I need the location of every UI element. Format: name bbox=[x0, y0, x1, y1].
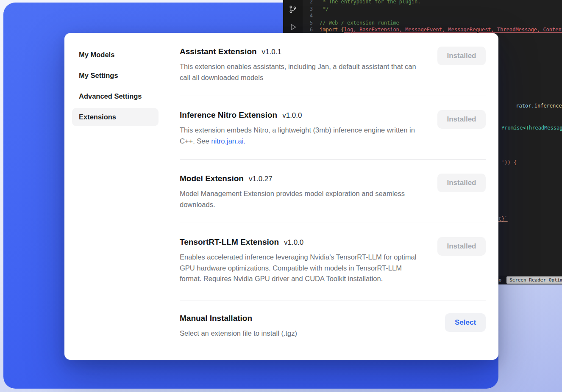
extension-version: v1.0.27 bbox=[249, 175, 273, 183]
page: 2 * The entrypoint for the plugin. 3 */ … bbox=[0, 0, 562, 392]
line-number: 3 bbox=[305, 6, 313, 13]
code-text: // Web / extension runtime bbox=[320, 19, 399, 27]
installed-button[interactable]: Installed bbox=[437, 174, 486, 192]
extension-row-assistant: Assistant Extension v1.0.1 This extensio… bbox=[180, 33, 486, 96]
code-fragment: t}` bbox=[498, 216, 508, 222]
extension-title-line: TensortRT-LLM Extension v1.0.0 bbox=[180, 237, 425, 247]
source-control-icon[interactable] bbox=[288, 5, 298, 14]
extension-title-line: Assistant Extension v1.0.1 bbox=[180, 47, 425, 57]
extension-info: TensortRT-LLM Extension v1.0.0 Enables a… bbox=[180, 237, 425, 284]
extension-info: Model Extension v1.0.27 Model Management… bbox=[180, 174, 425, 210]
extension-title-line: Model Extension v1.0.27 bbox=[180, 174, 425, 184]
extension-info: Assistant Extension v1.0.1 This extensio… bbox=[180, 47, 425, 83]
settings-sidebar: My Models My Settings Advanced Settings … bbox=[64, 33, 165, 360]
run-icon[interactable] bbox=[288, 22, 298, 32]
code-line: 5 // Web / extension runtime bbox=[305, 19, 562, 27]
code-text: * The entrypoint for the plugin. bbox=[320, 0, 420, 6]
extension-description: Select an extension file to install (.tg… bbox=[180, 328, 297, 339]
extension-info: Inference Nitro Extension v1.0.0 This ex… bbox=[180, 110, 425, 146]
code-text: rator. bbox=[516, 103, 534, 109]
code-text: */ bbox=[320, 6, 329, 13]
nitro-link[interactable]: nitro.jan.ai. bbox=[211, 137, 245, 145]
extension-title-line: Manual Installation bbox=[180, 313, 297, 323]
extension-description: This extension embeds Nitro, a lightweig… bbox=[180, 125, 425, 146]
extension-title: TensortRT-LLM Extension bbox=[180, 237, 279, 247]
code-line: 6 import {log, BaseExtension, MessageEve… bbox=[305, 26, 562, 33]
extension-version: v1.0.0 bbox=[282, 111, 302, 120]
screen-reader-chip[interactable]: Screen Reader Optimized bbox=[506, 276, 562, 284]
code-fragment: ')) { bbox=[501, 160, 517, 166]
line-number: 2 bbox=[305, 0, 313, 6]
code-text: import {log, BaseExtension, MessageEvent… bbox=[320, 26, 562, 33]
extension-version: v1.0.0 bbox=[284, 238, 303, 247]
code-fragment: Promise<ThreadMessage> bbox=[501, 125, 562, 131]
extension-row-tensorrt: TensortRT-LLM Extension v1.0.0 Enables a… bbox=[180, 223, 486, 301]
extension-title: Manual Installation bbox=[180, 313, 252, 323]
extension-description: This extension enables assistants, inclu… bbox=[180, 61, 425, 83]
code-line: 4 bbox=[305, 12, 562, 19]
extension-row-manual-install: Manual Installation Select an extension … bbox=[180, 301, 486, 352]
extension-row-model: Model Extension v1.0.27 Model Management… bbox=[180, 160, 486, 223]
extension-description: Model Management Extension provides mode… bbox=[180, 188, 425, 210]
installed-button[interactable]: Installed bbox=[437, 47, 486, 65]
extension-title: Model Extension bbox=[180, 174, 244, 184]
code-line: 3 */ bbox=[305, 6, 562, 13]
sidebar-item-extensions[interactable]: Extensions bbox=[72, 108, 159, 126]
import-names: log, BaseExtension, MessageEvent, Messag… bbox=[344, 27, 562, 33]
select-file-button[interactable]: Select bbox=[445, 313, 486, 332]
import-keyword: import { bbox=[320, 27, 344, 33]
code-line: 2 * The entrypoint for the plugin. bbox=[305, 0, 562, 6]
extension-description: Enables accelerated inference leveraging… bbox=[180, 252, 425, 284]
extension-title: Assistant Extension bbox=[180, 47, 257, 57]
settings-modal: My Models My Settings Advanced Settings … bbox=[64, 33, 498, 360]
sidebar-item-my-settings[interactable]: My Settings bbox=[72, 66, 159, 85]
installed-button[interactable]: Installed bbox=[437, 110, 486, 129]
installed-button[interactable]: Installed bbox=[437, 237, 486, 256]
extensions-list: Assistant Extension v1.0.1 This extensio… bbox=[165, 33, 498, 360]
code-text: inference bbox=[534, 103, 562, 109]
code-fragment: rator.inference(data)); bbox=[498, 97, 562, 116]
extension-version: v1.0.1 bbox=[262, 48, 281, 56]
sidebar-item-my-models[interactable]: My Models bbox=[72, 46, 159, 64]
extension-title: Inference Nitro Extension bbox=[180, 110, 277, 120]
extension-info: Manual Installation Select an extension … bbox=[180, 313, 297, 339]
sidebar-item-advanced-settings[interactable]: Advanced Settings bbox=[72, 87, 159, 105]
line-number: 5 bbox=[305, 19, 313, 27]
code-area: 2 * The entrypoint for the plugin. 3 */ … bbox=[305, 0, 562, 33]
line-number: 4 bbox=[305, 12, 313, 19]
line-number: 6 bbox=[305, 26, 313, 33]
extension-row-nitro: Inference Nitro Extension v1.0.0 This ex… bbox=[180, 96, 486, 160]
extension-title-line: Inference Nitro Extension v1.0.0 bbox=[180, 110, 425, 120]
